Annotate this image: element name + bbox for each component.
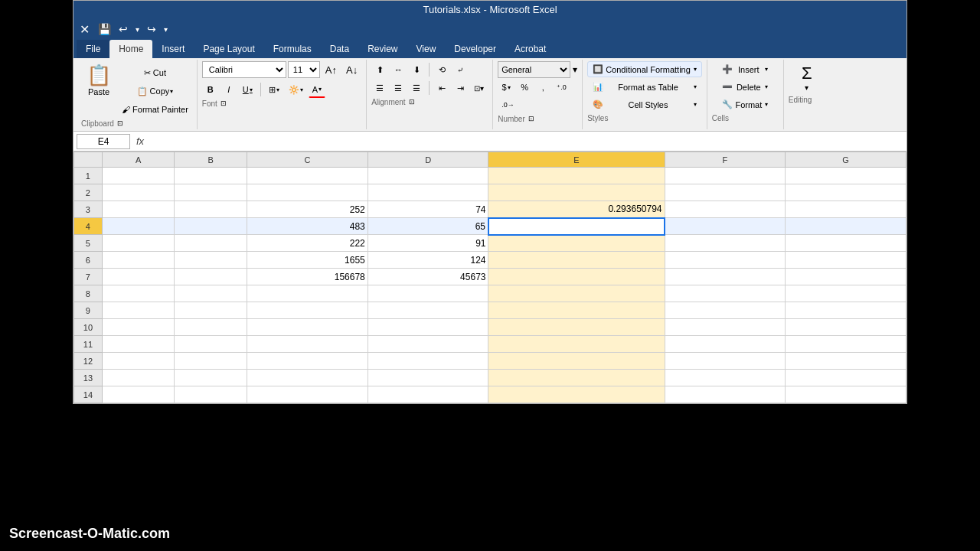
cell-F14[interactable] (665, 386, 786, 403)
cell-G6[interactable] (786, 252, 906, 269)
cell-F9[interactable] (665, 302, 786, 319)
cell-F4[interactable] (665, 218, 786, 235)
cell-F6[interactable] (665, 252, 786, 269)
cell-G8[interactable] (786, 285, 906, 302)
cell-A7[interactable] (102, 269, 175, 285)
cell-A11[interactable] (102, 336, 175, 353)
cell-D13[interactable] (368, 370, 488, 386)
row-header-12[interactable]: 12 (74, 353, 103, 370)
row-header-8[interactable]: 8 (74, 285, 103, 302)
cell-B1[interactable] (175, 168, 247, 184)
cell-styles-button[interactable]: 🎨 Cell Styles ▾ (587, 96, 702, 112)
cell-G12[interactable] (786, 353, 906, 370)
cell-A12[interactable] (102, 353, 175, 370)
cell-F1[interactable] (665, 168, 786, 184)
decrease-decimal[interactable]: .0→ (498, 96, 518, 113)
cell-C2[interactable] (247, 184, 368, 201)
cell-D1[interactable] (368, 168, 488, 184)
cell-D11[interactable] (368, 336, 488, 353)
cell-B3[interactable] (175, 201, 247, 218)
undo-dropdown[interactable]: ▾ (133, 24, 142, 34)
cell-C13[interactable] (247, 370, 368, 386)
wrap-text[interactable]: ⤶ (452, 61, 469, 78)
cell-E5[interactable] (488, 235, 665, 252)
col-header-A[interactable]: A (102, 152, 175, 168)
cell-A5[interactable] (102, 235, 175, 252)
align-middle[interactable]: ↔ (390, 61, 407, 78)
underline-button[interactable]: U▾ (239, 81, 256, 98)
cell-B7[interactable] (175, 269, 247, 285)
cell-C12[interactable] (247, 353, 368, 370)
cell-D9[interactable] (368, 302, 488, 319)
cell-D3[interactable]: 74 (368, 201, 488, 218)
row-header-7[interactable]: 7 (74, 269, 103, 285)
row-header-9[interactable]: 9 (74, 302, 103, 319)
format-cells-button[interactable]: 🔧 Format ▾ (717, 96, 773, 112)
cell-B9[interactable] (175, 302, 247, 319)
col-header-G[interactable]: G (786, 152, 906, 168)
save-button[interactable]: 💾 (96, 22, 113, 36)
number-expand[interactable]: ⊡ (528, 115, 534, 122)
align-center-btn[interactable]: ☰ (390, 80, 407, 96)
decrease-indent[interactable]: ⇤ (433, 80, 450, 96)
italic-button[interactable]: I (220, 81, 237, 98)
cell-D7[interactable]: 45673 (368, 269, 488, 285)
cell-C14[interactable] (247, 386, 368, 403)
number-format-select[interactable]: General (498, 61, 570, 78)
clipboard-expand[interactable]: ⊡ (117, 119, 123, 127)
format-as-table-button[interactable]: 📊 Format as Table ▾ (587, 79, 702, 95)
row-header-14[interactable]: 14 (74, 386, 103, 403)
cell-C6[interactable]: 1655 (247, 252, 368, 269)
tab-page-layout[interactable]: Page Layout (194, 40, 263, 58)
align-right-btn[interactable]: ☰ (408, 80, 425, 96)
cell-E7[interactable] (488, 269, 665, 285)
cell-F10[interactable] (665, 319, 786, 336)
cell-A13[interactable] (102, 370, 175, 386)
cell-C3[interactable]: 252 (247, 201, 368, 218)
increase-decimal[interactable]: ⁺.0 (553, 79, 570, 96)
currency-button[interactable]: $ ▾ (498, 79, 514, 96)
cell-F11[interactable] (665, 336, 786, 353)
cell-G10[interactable] (786, 319, 906, 336)
tab-view[interactable]: View (407, 40, 446, 58)
cell-A4[interactable] (102, 218, 175, 235)
cell-F7[interactable] (665, 269, 786, 285)
cell-B12[interactable] (175, 353, 247, 370)
increase-indent[interactable]: ⇥ (452, 80, 469, 96)
cell-D8[interactable] (368, 285, 488, 302)
text-direction[interactable]: ⟲ (433, 61, 450, 78)
cell-E2[interactable] (488, 184, 665, 201)
corner-cell[interactable] (74, 152, 103, 168)
autosum-button[interactable]: Σ ▾ (793, 61, 821, 94)
cell-G3[interactable] (786, 201, 906, 218)
cell-G11[interactable] (786, 336, 906, 353)
cell-B10[interactable] (175, 319, 247, 336)
font-size-select[interactable]: 11 (288, 61, 320, 78)
cell-F3[interactable] (665, 201, 786, 218)
cell-B8[interactable] (175, 285, 247, 302)
row-header-13[interactable]: 13 (74, 370, 103, 386)
redo-button[interactable]: ↪ (145, 22, 158, 36)
cell-B11[interactable] (175, 336, 247, 353)
decrease-font-size[interactable]: A↓ (342, 61, 361, 78)
cell-B6[interactable] (175, 252, 247, 269)
tab-developer[interactable]: Developer (445, 40, 505, 58)
cell-F13[interactable] (665, 370, 786, 386)
cell-B5[interactable] (175, 235, 247, 252)
cell-A3[interactable] (102, 201, 175, 218)
cell-F2[interactable] (665, 184, 786, 201)
cell-F12[interactable] (665, 353, 786, 370)
delete-cells-button[interactable]: ➖ Delete ▾ (717, 79, 773, 95)
cell-G1[interactable] (786, 168, 906, 184)
cell-C5[interactable]: 222 (247, 235, 368, 252)
bold-button[interactable]: B (202, 81, 219, 98)
cell-E13[interactable] (488, 370, 665, 386)
cell-B14[interactable] (175, 386, 247, 403)
formula-input[interactable] (150, 134, 903, 149)
comma-button[interactable]: , (534, 79, 551, 96)
cell-G14[interactable] (786, 386, 906, 403)
cell-G2[interactable] (786, 184, 906, 201)
cell-E4[interactable] (488, 218, 665, 235)
tab-acrobat[interactable]: Acrobat (505, 40, 555, 58)
cell-B2[interactable] (175, 184, 247, 201)
